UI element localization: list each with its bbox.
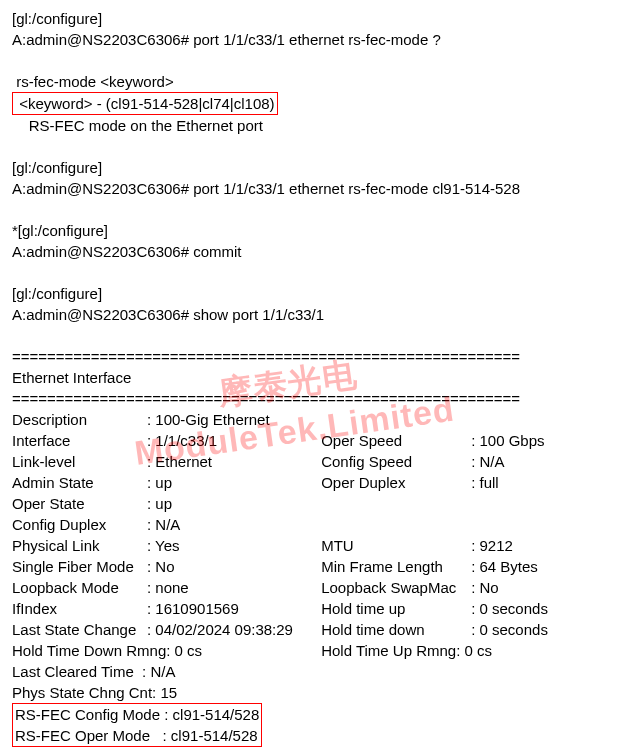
iface-row: Physical Link: Yes MTU: 9212 — [12, 535, 608, 556]
cli-context-2: [gl:/configure] — [12, 157, 608, 178]
iface-row: Link-level: Ethernet Config Speed: N/A — [12, 451, 608, 472]
iface-row: Admin State: up Oper Duplex: full — [12, 472, 608, 493]
iface-row: Last State Change: 04/02/2024 09:38:29 H… — [12, 619, 608, 640]
iface-row: Phys State Chng Cnt: 15 — [12, 682, 608, 703]
help-syntax: rs-fec-mode <keyword> — [12, 71, 608, 92]
section-title: Ethernet Interface — [12, 367, 608, 388]
cli-prompt-4: A:admin@NS2203C6306# show port 1/1/c33/1 — [12, 304, 608, 325]
iface-row: Oper State: up — [12, 493, 608, 514]
iface-row: Last Cleared Time : N/A — [12, 661, 608, 682]
iface-row: IfIndex: 1610901569 Hold time up: 0 seco… — [12, 598, 608, 619]
iface-row: Interface: 1/1/c33/1 Oper Speed: 100 Gbp… — [12, 430, 608, 451]
keyword-options-highlight: <keyword> - (cl91-514-528|cl74|cl108) — [12, 92, 278, 115]
iface-row: Loopback Mode: none Loopback SwapMac: No — [12, 577, 608, 598]
cli-prompt-2: A:admin@NS2203C6306# port 1/1/c33/1 ethe… — [12, 178, 608, 199]
cli-prompt-3: A:admin@NS2203C6306# commit — [12, 241, 608, 262]
iface-row: Description: 100-Gig Ethernet — [12, 409, 608, 430]
separator-bottom: ========================================… — [12, 388, 608, 409]
cli-prompt-1: A:admin@NS2203C6306# port 1/1/c33/1 ethe… — [12, 29, 608, 50]
separator-top: ========================================… — [12, 346, 608, 367]
cli-context-3: *[gl:/configure] — [12, 220, 608, 241]
cli-context-4: [gl:/configure] — [12, 283, 608, 304]
fec-oper-mode: RS-FEC Oper Mode : cl91-514/528 — [15, 725, 259, 746]
fec-mode-highlight: RS-FEC Config Mode : cl91-514/528 RS-FEC… — [12, 703, 262, 747]
help-desc: RS-FEC mode on the Ethernet port — [12, 115, 608, 136]
fec-config-mode: RS-FEC Config Mode : cl91-514/528 — [15, 704, 259, 725]
iface-row: Config Duplex: N/A — [12, 514, 608, 535]
cli-context-1: [gl:/configure] — [12, 8, 608, 29]
iface-row: Single Fiber Mode: No Min Frame Length: … — [12, 556, 608, 577]
iface-row: Hold Time Down Rmng: 0 cs Hold Time Up R… — [12, 640, 608, 661]
